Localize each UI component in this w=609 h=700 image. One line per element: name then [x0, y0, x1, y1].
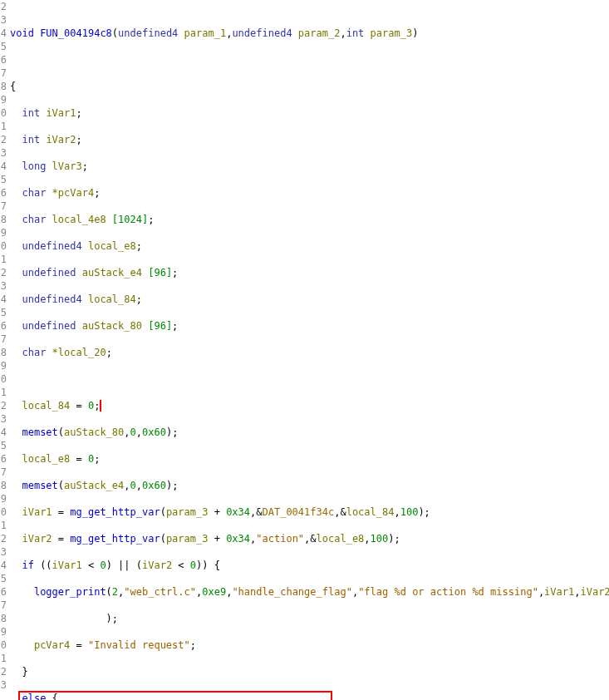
line-number: 4	[0, 559, 7, 572]
code-line[interactable]: char *pcVar4;	[8, 186, 609, 200]
line-number: 5	[0, 173, 7, 186]
line-number: 1	[0, 386, 7, 399]
line-number: 7	[0, 67, 7, 80]
code-line[interactable]: {	[8, 80, 609, 93]
line-number: 6	[0, 585, 7, 599]
line-number: 3	[0, 13, 7, 27]
line-number: 6	[0, 53, 7, 67]
code-line[interactable]	[8, 372, 609, 386]
code-line[interactable]: iVar1 = mg_get_http_var(param_3 + 0x34,&…	[8, 505, 609, 519]
line-number: 5	[0, 306, 7, 319]
line-number: 1	[0, 652, 7, 665]
code-line[interactable]: long lVar3;	[8, 160, 609, 173]
line-number: 7	[0, 200, 7, 213]
line-number: 6	[0, 452, 7, 466]
line-number: 8	[0, 213, 7, 226]
code-line[interactable]: undefined auStack_e4 [96];	[8, 266, 609, 279]
line-number: 7	[0, 599, 7, 612]
line-number: 9	[0, 226, 7, 239]
code-editor: 2 3 4 5 6 7 8 9 0 1 2 3 4 5 6 7 8 9 0 1 …	[0, 0, 609, 700]
line-number-gutter: 2 3 4 5 6 7 8 9 0 1 2 3 4 5 6 7 8 9 0 1 …	[0, 0, 8, 700]
code-line[interactable]: local_84 = 0;	[8, 399, 609, 412]
code-line[interactable]: int iVar2;	[8, 133, 609, 146]
code-line[interactable]: undefined4 local_84;	[8, 293, 609, 306]
line-number: 8	[0, 612, 7, 625]
code-line[interactable]: }	[8, 665, 609, 678]
line-number: 4	[0, 160, 7, 173]
line-number: 5	[0, 40, 7, 53]
line-number: 3	[0, 279, 7, 293]
code-line[interactable]: undefined auStack_80 [96];	[8, 319, 609, 333]
code-line[interactable]: memset(auStack_e4,0,0x60);	[8, 479, 609, 492]
line-number: 5	[0, 439, 7, 452]
line-number: 2	[0, 665, 7, 678]
text-cursor	[100, 400, 101, 412]
line-number: 4	[0, 426, 7, 439]
code-line[interactable]: if ((iVar1 < 0) || (iVar2 < 0)) {	[8, 559, 609, 572]
line-number: 7	[0, 333, 7, 346]
line-number: 7	[0, 466, 7, 479]
code-line[interactable]	[8, 53, 609, 67]
line-number: 9	[0, 492, 7, 505]
code-line[interactable]: undefined4 local_e8;	[8, 239, 609, 253]
code-line[interactable]: char *local_20;	[8, 346, 609, 359]
code-line[interactable]: pcVar4 = "Invalid request";	[8, 638, 609, 652]
line-number: 1	[0, 253, 7, 266]
code-line[interactable]: iVar2 = mg_get_http_var(param_3 + 0x34,"…	[8, 532, 609, 545]
line-number: 0	[0, 106, 7, 120]
line-number: 2	[0, 532, 7, 545]
line-number: 8	[0, 80, 7, 93]
line-number: 9	[0, 93, 7, 106]
line-number: 4	[0, 27, 7, 40]
line-number: 8	[0, 479, 7, 492]
line-number: 4	[0, 293, 7, 306]
code-line[interactable]: int iVar1;	[8, 106, 609, 120]
code-line[interactable]: void FUN_004194c8(undefined4 param_1,und…	[8, 27, 609, 40]
line-number: 6	[0, 186, 7, 200]
line-number: 6	[0, 319, 7, 333]
line-number: 3	[0, 146, 7, 160]
line-number: 5	[0, 572, 7, 585]
line-number: 1	[0, 120, 7, 133]
code-line[interactable]: memset(auStack_80,0,0x60);	[8, 426, 609, 439]
line-number: 9	[0, 625, 7, 638]
line-number: 2	[0, 133, 7, 146]
code-line[interactable]: else {	[8, 692, 609, 700]
code-line[interactable]: local_e8 = 0;	[8, 452, 609, 466]
line-number: 0	[0, 372, 7, 386]
code-line[interactable]: char local_4e8 [1024];	[8, 213, 609, 226]
line-number: 1	[0, 519, 7, 532]
line-number: 3	[0, 678, 7, 692]
line-number: 9	[0, 359, 7, 372]
line-number: 2	[0, 0, 7, 13]
line-number: 0	[0, 239, 7, 253]
line-number: 0	[0, 505, 7, 519]
line-number: 3	[0, 412, 7, 426]
code-line[interactable]: logger_print(2,"web_ctrl.c",0xe9,"handle…	[8, 585, 609, 599]
line-number: 2	[0, 399, 7, 412]
code-line[interactable]: );	[8, 612, 609, 625]
code-area[interactable]: void FUN_004194c8(undefined4 param_1,und…	[8, 0, 609, 700]
line-number: 8	[0, 346, 7, 359]
line-number: 2	[0, 266, 7, 279]
line-number: 3	[0, 545, 7, 559]
line-number: 0	[0, 638, 7, 652]
